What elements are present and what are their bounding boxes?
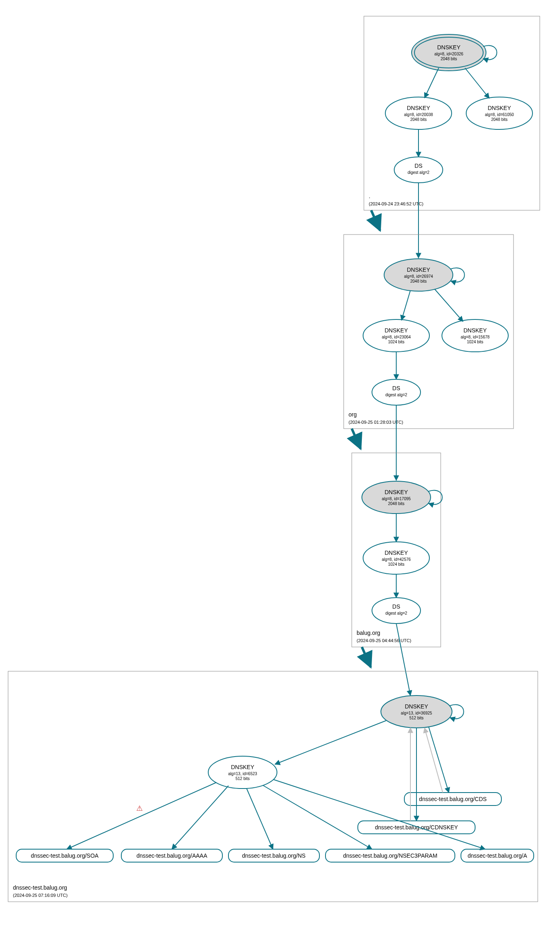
- svg-text:DNSKEY: DNSKEY: [407, 266, 430, 273]
- svg-text:alg=8, id=26974: alg=8, id=26974: [404, 274, 433, 279]
- svg-text:dnssec-test.balug.org/CDS: dnssec-test.balug.org/CDS: [419, 796, 486, 802]
- svg-text:2048 bits: 2048 bits: [410, 279, 427, 283]
- edge-zsk-soa: [67, 782, 216, 849]
- root-ds-node: DS digest alg=2: [394, 157, 443, 183]
- edge-balug-ds-dt-ksk: [396, 624, 410, 696]
- zone-dnssectest: dnssec-test.balug.org (2024-09-25 07:16:…: [8, 671, 538, 902]
- edge-zone-org-balug: [352, 429, 361, 449]
- svg-point-31: [372, 379, 421, 405]
- svg-text:(2024-09-25 04:44:56 UTC): (2024-09-25 04:44:56 UTC): [357, 638, 411, 643]
- edge-zsk-nsec3param: [263, 785, 372, 849]
- zone-dnssectest-name: dnssec-test.balug.org: [13, 884, 67, 891]
- svg-text:512 bits: 512 bits: [409, 716, 423, 720]
- edge-org-ksk-zsk: [402, 290, 410, 320]
- svg-text:2048 bits: 2048 bits: [491, 117, 508, 122]
- edge-org-ksk-extra: [435, 289, 463, 321]
- rr-cds: dnssec-test.balug.org/CDS: [404, 793, 501, 805]
- svg-text:alg=8, id=17095: alg=8, id=17095: [382, 497, 411, 501]
- svg-text:dnssec-test.balug.org/A: dnssec-test.balug.org/A: [467, 852, 527, 859]
- svg-text:DS: DS: [392, 603, 400, 610]
- svg-text:DNSKEY: DNSKEY: [405, 703, 428, 710]
- svg-text:DNSKEY: DNSKEY: [437, 44, 461, 51]
- svg-point-44: [372, 598, 421, 624]
- svg-text:alg=13, id=36925: alg=13, id=36925: [401, 711, 432, 715]
- edge-zsk-ns: [247, 789, 273, 849]
- svg-text:1024 bits: 1024 bits: [388, 562, 405, 567]
- edge-zsk-a: [274, 780, 485, 849]
- svg-text:1024 bits: 1024 bits: [388, 340, 405, 344]
- svg-rect-47: [8, 671, 538, 902]
- balug-zsk-node: DNSKEY alg=8, id=42576 1024 bits: [363, 542, 429, 574]
- root-zsk-node: DNSKEY alg=8, id=20038 2048 bits: [385, 97, 452, 129]
- svg-text:DNSKEY: DNSKEY: [488, 105, 511, 111]
- zone-root-timestamp: (2024-09-24 23:46:52 UTC): [369, 201, 423, 206]
- svg-text:DNSKEY: DNSKEY: [385, 550, 408, 556]
- svg-text:alg=13, id=6523: alg=13, id=6523: [228, 772, 257, 776]
- zone-balug: balug.org (2024-09-25 04:44:56 UTC) DNSK…: [352, 453, 442, 647]
- svg-text:digest alg=2: digest alg=2: [408, 170, 430, 175]
- svg-text:alg=8, id=20326: alg=8, id=20326: [434, 52, 463, 56]
- root-ksk-node: DNSKEY alg=8, id=20326 2048 bits: [412, 34, 486, 71]
- svg-text:alg=8, id=23064: alg=8, id=23064: [382, 335, 411, 339]
- balug-ksk-node: DNSKEY alg=8, id=17095 2048 bits: [362, 481, 431, 514]
- svg-text:dnssec-test.balug.org/CDNSKEY: dnssec-test.balug.org/CDNSKEY: [375, 824, 458, 831]
- svg-text:(2024-09-25 07:16:09 UTC): (2024-09-25 07:16:09 UTC): [13, 893, 68, 898]
- rr-soa: dnssec-test.balug.org/SOA: [16, 849, 113, 862]
- edge-zone-balug-dnssectest: [362, 647, 371, 667]
- org-ksk-node: DNSKEY alg=8, id=26974 2048 bits: [384, 259, 453, 291]
- svg-text:dnssec-test.balug.org/NSEC3PAR: dnssec-test.balug.org/NSEC3PARAM: [343, 852, 437, 859]
- svg-text:alg=8, id=20038: alg=8, id=20038: [404, 112, 433, 117]
- svg-text:DS: DS: [392, 385, 400, 391]
- svg-text:(2024-09-25 01:28:03 UTC): (2024-09-25 01:28:03 UTC): [349, 420, 403, 425]
- svg-point-14: [394, 157, 443, 183]
- svg-text:1024 bits: 1024 bits: [467, 340, 484, 344]
- zone-balug-name: balug.org: [357, 630, 380, 636]
- svg-text:2048 bits: 2048 bits: [388, 501, 405, 506]
- root-extra-key-node: DNSKEY alg=8, id=61050 2048 bits: [466, 97, 533, 129]
- edge-zone-root-org: [371, 210, 380, 230]
- svg-text:DNSKEY: DNSKEY: [385, 327, 408, 334]
- svg-text:dnssec-test.balug.org/SOA: dnssec-test.balug.org/SOA: [31, 852, 99, 859]
- svg-text:alg=8, id=61050: alg=8, id=61050: [485, 112, 514, 117]
- svg-text:DNSKEY: DNSKEY: [463, 327, 487, 334]
- rr-a: dnssec-test.balug.org/A: [461, 849, 534, 862]
- svg-text:DS: DS: [414, 163, 422, 169]
- svg-text:DNSKEY: DNSKEY: [385, 489, 408, 495]
- edge-dt-ksk-zsk: [275, 721, 386, 764]
- rr-aaaa: dnssec-test.balug.org/AAAA: [121, 849, 222, 862]
- edge-cds-ksk: [425, 728, 443, 793]
- rr-ns: dnssec-test.balug.org/NS: [228, 849, 319, 862]
- svg-text:digest alg=2: digest alg=2: [385, 393, 408, 397]
- svg-text:alg=8, id=15678: alg=8, id=15678: [461, 335, 490, 339]
- svg-text:alg=8, id=42576: alg=8, id=42576: [382, 557, 411, 562]
- zone-root-name: .: [369, 193, 370, 199]
- svg-text:DNSKEY: DNSKEY: [407, 105, 430, 111]
- warning-icon: ⚠: [136, 804, 143, 812]
- zone-org-name: org: [349, 411, 357, 418]
- rr-cdnskey: dnssec-test.balug.org/CDNSKEY: [358, 821, 475, 834]
- svg-text:digest alg=2: digest alg=2: [385, 611, 408, 615]
- org-zsk-node: DNSKEY alg=8, id=23064 1024 bits: [363, 319, 429, 352]
- edge-zsk-aaaa: [172, 786, 228, 849]
- svg-text:dnssec-test.balug.org/NS: dnssec-test.balug.org/NS: [242, 852, 305, 859]
- org-extra-key-node: DNSKEY alg=8, id=15678 1024 bits: [442, 319, 508, 352]
- dt-zsk-node: DNSKEY alg=13, id=6523 512 bits: [208, 756, 277, 789]
- dt-ksk-node: DNSKEY alg=13, id=36925 512 bits: [381, 696, 452, 728]
- zone-org: org (2024-09-25 01:28:03 UTC) DNSKEY alg…: [344, 235, 514, 429]
- svg-text:512 bits: 512 bits: [235, 776, 249, 781]
- rr-nsec3param: dnssec-test.balug.org/NSEC3PARAM: [325, 849, 455, 862]
- svg-text:DNSKEY: DNSKEY: [231, 764, 254, 770]
- edge-dt-ksk-cds: [429, 727, 449, 793]
- balug-ds-node: DS digest alg=2: [372, 598, 421, 624]
- edge-root-ksk-extra: [465, 68, 489, 98]
- org-ds-node: DS digest alg=2: [372, 379, 421, 405]
- svg-text:dnssec-test.balug.org/AAAA: dnssec-test.balug.org/AAAA: [136, 852, 207, 859]
- edge-root-ksk-zsk: [425, 68, 439, 98]
- zone-root: . (2024-09-24 23:46:52 UTC) DNSKEY alg=8…: [364, 16, 540, 210]
- svg-text:2048 bits: 2048 bits: [410, 117, 427, 122]
- svg-text:2048 bits: 2048 bits: [441, 57, 457, 61]
